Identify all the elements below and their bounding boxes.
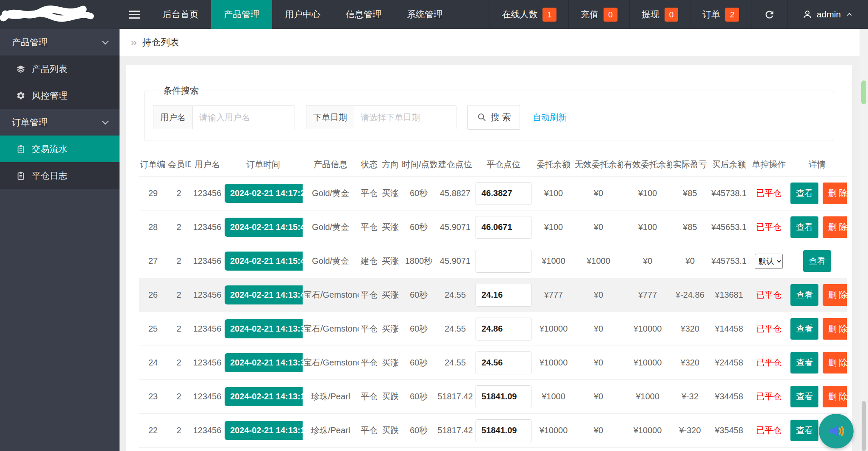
sidebar-item-risk-mgmt[interactable]: 风控管理 — [0, 82, 120, 109]
delete-button[interactable]: 删 除 — [823, 352, 847, 374]
page-scrollbar — [860, 29, 868, 451]
sound-float-button[interactable] — [819, 414, 854, 448]
nav-item-system[interactable]: 系统管理 — [394, 0, 455, 29]
nav-item-home[interactable]: 后台首页 — [150, 0, 211, 29]
order-date-input[interactable] — [354, 105, 456, 129]
order-time-cell: 2024-02-21 14:15:42 — [224, 244, 303, 278]
sidebar-group-product-mgmt[interactable]: 产品管理 — [0, 29, 120, 55]
auto-refresh-link[interactable]: 自动刷新 — [533, 112, 567, 123]
username-input[interactable] — [192, 105, 295, 129]
sidebar-item-product-list[interactable]: 产品列表 — [0, 55, 120, 82]
open-point-cell: 24.55 — [437, 312, 474, 346]
delete-button[interactable]: 删 除 — [823, 318, 847, 340]
close-point-input[interactable] — [476, 182, 531, 205]
sidebar-item-close-log[interactable]: 平仓日志 — [0, 162, 120, 189]
close-point-input[interactable] — [476, 419, 531, 442]
close-point-input[interactable] — [476, 318, 531, 340]
sidebar-item-label: 交易流水 — [32, 143, 67, 155]
invalid-entrust-cell: ¥0 — [574, 312, 623, 346]
view-button[interactable]: 查看 — [790, 420, 818, 441]
username-label: admin — [817, 9, 841, 19]
order-time-cell: 2024-02-21 14:13:03 — [224, 448, 303, 451]
order-time-button[interactable]: 2024-02-21 14:13:35 — [225, 319, 303, 338]
entrust-cell: ¥1000 — [533, 244, 574, 278]
scrollbar-thumb[interactable] — [861, 80, 866, 104]
control-status-label: 已平仓 — [756, 358, 782, 367]
entrust-cell: ¥10000 — [533, 312, 574, 346]
order-time-button[interactable]: 2024-02-21 14:17:26 — [225, 184, 303, 203]
sidebar-item-trade-flow[interactable]: 交易流水 — [0, 136, 120, 162]
order-time-cell: 2024-02-21 14:13:35 — [224, 312, 303, 346]
nav-item-info[interactable]: 信息管理 — [333, 0, 394, 29]
refresh-button[interactable] — [751, 0, 787, 29]
view-button[interactable]: 查看 — [790, 183, 818, 204]
close-point-input[interactable] — [476, 385, 531, 408]
search-button[interactable]: 搜 索 — [467, 105, 520, 130]
delete-button[interactable]: 删 除 — [823, 284, 847, 306]
username-label: 用户名 — [153, 105, 192, 129]
nav-stat-withdraw[interactable]: 提现0 — [629, 0, 690, 29]
close-point-input[interactable] — [476, 351, 531, 374]
table-row: 2521234562024-02-21 14:13:35宝石/Gemstone平… — [139, 312, 847, 346]
order-time-button[interactable]: 2024-02-21 14:13:17 — [225, 387, 303, 406]
nav-stat-online[interactable]: 在线人数1 — [490, 0, 568, 29]
top-navbar: 后台首页产品管理用户中心信息管理系统管理 在线人数1充值0提现0订单2 admi… — [0, 0, 868, 29]
nav-stat-recharge[interactable]: 充值0 — [568, 0, 629, 29]
hamburger-icon[interactable] — [120, 0, 150, 29]
nav-stat-orders[interactable]: 订单2 — [690, 0, 751, 29]
balance-cell: ¥24458 — [708, 346, 750, 380]
view-button[interactable]: 查看 — [790, 216, 818, 238]
control-cell: 已平仓 — [750, 278, 787, 312]
logo-scribble-icon — [0, 3, 97, 25]
clipboard-icon — [16, 144, 25, 154]
table-row: 2721234562024-02-21 14:15:42Gold/黄金建仓买涨1… — [139, 244, 847, 278]
order-id-cell: 21 — [139, 448, 167, 451]
view-button[interactable]: 查看 — [790, 386, 818, 407]
member-id-cell: 2 — [167, 346, 191, 380]
view-button[interactable]: 查看 — [803, 250, 831, 272]
view-button[interactable]: 查看 — [790, 284, 818, 306]
search-icon — [477, 112, 487, 122]
control-cell: 已平仓 — [750, 414, 787, 448]
column-header-16: 详情 — [787, 152, 847, 177]
duration-cell: 60秒 — [401, 177, 437, 210]
detail-cell: 查看 — [787, 244, 847, 278]
order-id-cell: 23 — [139, 380, 167, 414]
close-point-input[interactable] — [476, 216, 531, 239]
profit-cell: ¥85 — [672, 210, 708, 244]
duration-cell: 60秒 — [401, 278, 437, 312]
order-time-button[interactable]: 2024-02-21 14:15:42 — [225, 252, 303, 271]
caret-up-icon — [845, 10, 854, 19]
table-header-row: 订单编号会员ID用户名订单时间产品信息状态方向时间/点数建仓点位平仓点位委托余额… — [139, 152, 847, 177]
order-date-group: 下单日期 — [306, 105, 456, 129]
view-button[interactable]: 查看 — [790, 318, 818, 340]
view-button[interactable]: 查看 — [790, 352, 818, 374]
delete-button[interactable]: 删 除 — [823, 386, 847, 407]
nav-item-product[interactable]: 产品管理 — [211, 0, 272, 29]
scrollbar-thumb-secondary[interactable] — [862, 401, 866, 451]
username-cell: 123456 — [191, 414, 224, 448]
order-id-cell: 27 — [139, 244, 167, 278]
column-header-14: 买后余额 — [708, 152, 750, 177]
close-point-input[interactable] — [476, 284, 531, 307]
nav-item-user-center[interactable]: 用户中心 — [272, 0, 333, 29]
product-cell: Gold/黄金 — [303, 177, 359, 210]
user-menu[interactable]: admin — [787, 0, 868, 29]
valid-entrust-cell: ¥100 — [623, 210, 672, 244]
sidebar-group-order-mgmt[interactable]: 订单管理 — [0, 109, 120, 136]
balance-cell: ¥45738.1 — [708, 177, 750, 210]
member-id-cell: 2 — [167, 312, 191, 346]
delete-button[interactable]: 删 除 — [823, 216, 847, 238]
status-cell: 平仓 — [359, 177, 380, 210]
delete-button[interactable]: 删 除 — [823, 183, 847, 204]
close-point-cell — [474, 278, 533, 312]
control-select[interactable]: 默认 — [755, 254, 783, 269]
member-id-cell: 2 — [167, 380, 191, 414]
search-form: 用户名 下单日期 搜 索 自动刷新 — [153, 105, 825, 130]
order-time-button[interactable]: 2024-02-21 14:13:45 — [225, 285, 303, 304]
order-time-button[interactable]: 2024-02-21 14:13:12 — [225, 421, 303, 440]
close-point-input[interactable] — [476, 250, 531, 273]
nav-stat-label: 在线人数 — [502, 8, 537, 20]
order-time-button[interactable]: 2024-02-21 14:13:32 — [225, 353, 303, 372]
order-time-button[interactable]: 2024-02-21 14:15:47 — [225, 218, 303, 237]
